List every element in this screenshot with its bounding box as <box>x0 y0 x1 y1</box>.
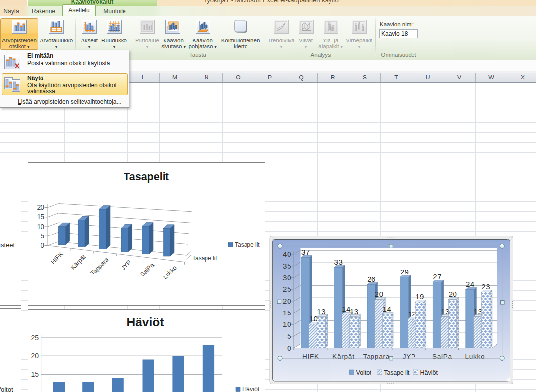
svg-text:20: 20 <box>31 352 39 360</box>
svg-text:25: 25 <box>31 334 39 342</box>
svg-text:13: 13 <box>350 307 359 315</box>
svg-text:Tasape lit: Tasape lit <box>235 241 260 248</box>
svg-text:Kärpät: Kärpät <box>332 353 355 360</box>
svg-text:Tasape lit: Tasape lit <box>384 369 410 376</box>
svg-text:27: 27 <box>433 273 442 281</box>
svg-text:35: 35 <box>283 262 292 270</box>
svg-text:Tasapelit: Tasapelit <box>124 171 169 183</box>
svg-text:Voitot: Voitot <box>356 369 372 376</box>
svg-text:Tappara: Tappara <box>363 353 390 360</box>
svg-text:JYP: JYP <box>403 353 416 360</box>
svg-text:29: 29 <box>400 268 409 276</box>
svg-text:13: 13 <box>317 307 326 315</box>
svg-text:14: 14 <box>383 305 392 313</box>
svg-text:40: 40 <box>283 250 292 258</box>
svg-text:Tasape lit: Tasape lit <box>192 255 217 262</box>
svg-text:24: 24 <box>466 280 475 288</box>
svg-text:20: 20 <box>375 290 384 298</box>
svg-text:30: 30 <box>283 274 292 282</box>
svg-text:SaiPa: SaiPa <box>432 353 452 360</box>
svg-text:10: 10 <box>309 314 318 323</box>
svg-text:25: 25 <box>283 285 292 293</box>
svg-text:20: 20 <box>449 290 457 298</box>
svg-text:20: 20 <box>37 203 44 211</box>
svg-text:23: 23 <box>481 282 490 291</box>
svg-text:12: 12 <box>408 310 416 318</box>
svg-text:26: 26 <box>367 275 376 283</box>
svg-text:37: 37 <box>301 248 310 256</box>
svg-text:13: 13 <box>474 307 483 315</box>
svg-text:0: 0 <box>41 241 44 249</box>
svg-text:Häviöt: Häviöt <box>420 369 438 376</box>
svg-text:19: 19 <box>415 292 424 301</box>
svg-text:33: 33 <box>334 258 343 266</box>
svg-text:HIFK: HIFK <box>302 353 319 360</box>
svg-text:5: 5 <box>41 232 44 240</box>
svg-text:15: 15 <box>37 213 44 221</box>
svg-text:10: 10 <box>37 223 44 231</box>
svg-text:13: 13 <box>441 307 450 315</box>
svg-text:10: 10 <box>283 320 292 328</box>
svg-text:15: 15 <box>31 370 39 378</box>
svg-text:0: 0 <box>287 344 291 352</box>
svg-text:20: 20 <box>283 297 292 305</box>
svg-text:Lukko: Lukko <box>465 353 485 360</box>
svg-text:Häviöt: Häviöt <box>127 315 164 329</box>
svg-text:Häviöt: Häviöt <box>242 386 260 392</box>
svg-text:15: 15 <box>283 309 292 317</box>
svg-text:5: 5 <box>287 332 291 340</box>
